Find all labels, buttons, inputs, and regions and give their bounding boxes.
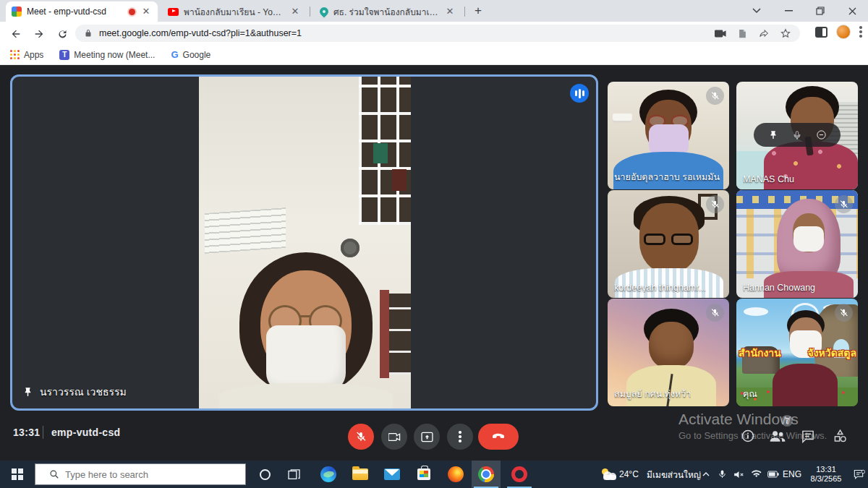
pin-icon[interactable] (768, 130, 778, 140)
more-options-button[interactable] (447, 424, 473, 450)
task-view-button[interactable] (281, 461, 307, 488)
taskbar-chrome[interactable] (472, 461, 501, 488)
bookmark-google[interactable]: G Google (171, 49, 210, 60)
chevron-down-icon[interactable] (741, 0, 773, 22)
bookmark-apps[interactable]: Apps (10, 50, 43, 60)
participant-name: คุณ (743, 387, 757, 401)
leave-call-button[interactable] (478, 424, 519, 450)
shapes-icon (833, 429, 848, 443)
close-tab-icon[interactable]: ✕ (140, 6, 152, 17)
close-tab-icon[interactable]: ✕ (444, 6, 456, 17)
participant-tile[interactable]: นายอับดุลวาฮาบ รอเหมมัน (608, 82, 729, 189)
forward-button[interactable] (30, 25, 48, 43)
apps-grid-icon (10, 50, 20, 59)
profile-avatar[interactable] (836, 25, 851, 39)
meeting-code: emp-vutd-csd (51, 427, 120, 438)
main-video-tile[interactable]: นราวรรณ เวชธรรม (10, 74, 598, 411)
participant-tile[interactable]: Hannan Chowang (736, 190, 858, 298)
tab-meet[interactable]: Meet - emp-vutd-csd ✕ (6, 1, 158, 22)
overlay-text-right: จังหวัดสตูล (808, 345, 856, 361)
self-video-tile[interactable]: สำนักงาน จังหวัดสตูล คุณ (736, 299, 858, 406)
share-icon[interactable] (758, 28, 770, 38)
participant-tile[interactable]: MANAS Chu (736, 82, 858, 189)
address-bar[interactable]: meet.google.com/emp-vutd-csd?pli=1&authu… (75, 25, 800, 42)
weather-widget[interactable] (599, 461, 619, 488)
people-icon (769, 429, 786, 442)
taskbar-search[interactable] (35, 463, 246, 485)
edge-icon (320, 466, 336, 482)
chat-button[interactable] (797, 425, 819, 447)
mic-muted-icon (706, 304, 724, 322)
tray-expand-button[interactable] (699, 461, 713, 488)
cortana-button[interactable] (252, 461, 278, 488)
chevron-up-icon (702, 472, 710, 476)
main-video-feed (199, 77, 411, 408)
window-controls (741, 0, 868, 22)
tab-separator (464, 7, 465, 17)
clock-widget[interactable]: 13:31 8/3/2565 (804, 461, 848, 488)
info-icon (741, 429, 755, 443)
pinned-name-label: นราวรรณ เวชธรรม (22, 384, 127, 400)
present-button[interactable] (414, 424, 440, 450)
tray-battery[interactable] (765, 461, 781, 488)
tile-hover-controls (754, 123, 841, 147)
map-pin-favicon-icon (318, 6, 331, 18)
chat-icon (801, 429, 815, 443)
camera-toggle-button[interactable] (381, 424, 407, 450)
action-center-button[interactable] (851, 461, 868, 488)
browser-menu-icon[interactable] (859, 26, 862, 38)
translate-icon[interactable] (737, 28, 748, 39)
tray-network[interactable] (749, 461, 764, 488)
camera-in-use-icon[interactable] (715, 29, 727, 38)
tab-title: Meet - emp-vutd-csd (27, 7, 124, 17)
windows-logo-icon (12, 468, 23, 480)
tab-moe[interactable]: ศธ. ร่วมใจพาน้องกลับมาเรียน ✕ (314, 1, 461, 22)
participant-name: นายอับดุลวาฮาบ รอเหมมัน (614, 170, 720, 184)
windows-taskbar: 24°C มีเมฆส่วนใหญ่ ENG 13:31 8/3/2565 (0, 461, 868, 488)
opera-icon (511, 466, 527, 482)
search-input[interactable] (65, 469, 231, 480)
close-window-button[interactable] (836, 0, 868, 22)
new-tab-button[interactable]: + (470, 4, 486, 20)
meeting-details-button[interactable] (737, 425, 759, 447)
mic-off-icon (355, 431, 367, 442)
mic-icon[interactable] (792, 130, 802, 140)
taskbar-firefox[interactable] (441, 461, 470, 488)
mic-muted-icon (835, 304, 853, 322)
back-button[interactable] (7, 25, 25, 43)
notification-icon (854, 469, 865, 480)
restore-button[interactable] (804, 0, 836, 22)
taskbar-edge[interactable] (314, 461, 343, 488)
participant-tile[interactable]: สมบูลย์ กศน.ทุ่งหว้า (608, 299, 729, 406)
participant-count-badge: 7 (781, 415, 793, 427)
hangup-phone-icon (490, 433, 506, 440)
cortana-icon (260, 469, 271, 480)
tab-separator (310, 7, 310, 17)
side-panel-icon[interactable] (815, 27, 827, 38)
tray-mic[interactable] (715, 461, 729, 488)
taskbar-store[interactable] (409, 461, 438, 488)
tray-volume[interactable] (731, 461, 746, 488)
bookmark-meeting-now[interactable]: T Meeting now (Meet... (59, 50, 155, 60)
tab-youtube[interactable]: พาน้องกลับมาเรียน - YouTube ✕ (162, 1, 307, 22)
remove-icon[interactable] (816, 129, 827, 140)
taskbar-opera[interactable] (505, 461, 534, 488)
taskbar-mail[interactable] (378, 461, 407, 488)
minimize-button[interactable] (773, 0, 804, 22)
reload-button[interactable] (54, 25, 71, 43)
tab-strip: Meet - emp-vutd-csd ✕ พาน้องกลับมาเรียน … (0, 0, 868, 22)
activities-button[interactable] (829, 425, 851, 447)
taskbar-file-explorer[interactable] (346, 461, 375, 488)
language-indicator[interactable]: ENG (783, 461, 801, 488)
close-tab-icon[interactable]: ✕ (289, 6, 301, 17)
mic-toggle-button[interactable] (348, 424, 374, 450)
temperature[interactable]: 24°C (619, 461, 639, 488)
present-screen-icon (421, 432, 433, 442)
meet-favicon-icon (12, 7, 22, 17)
participants-button[interactable] (767, 425, 788, 447)
participant-tile[interactable]: kordeeyah thingnamr... (608, 190, 729, 298)
weather-text[interactable]: มีเมฆส่วนใหญ่ (647, 461, 701, 488)
participant-name: kordeeyah thingnamr... (614, 283, 706, 293)
bookmark-star-icon[interactable] (780, 27, 791, 39)
start-button[interactable] (0, 461, 35, 488)
